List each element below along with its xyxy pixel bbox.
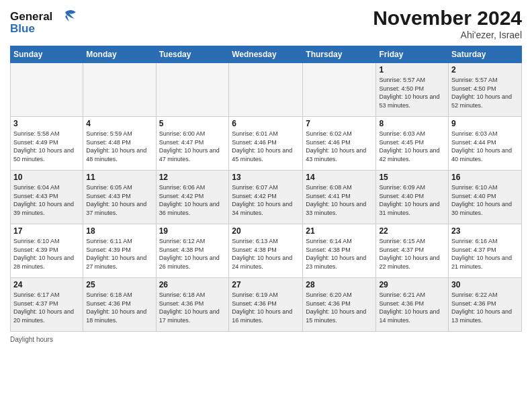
day-number: 26: [159, 280, 226, 289]
col-sunday: Sunday: [11, 46, 83, 63]
day-info: Sunrise: 6:15 AM Sunset: 4:37 PM Dayligh…: [379, 237, 445, 271]
calendar-cell: 20Sunrise: 6:13 AM Sunset: 4:38 PM Dayli…: [229, 224, 303, 278]
day-number: 13: [232, 173, 300, 182]
day-info: Sunrise: 6:04 AM Sunset: 4:43 PM Dayligh…: [13, 183, 80, 217]
day-info: Sunrise: 6:01 AM Sunset: 4:46 PM Dayligh…: [232, 130, 300, 163]
calendar-cell: 2Sunrise: 5:57 AM Sunset: 4:50 PM Daylig…: [449, 63, 522, 117]
calendar-cell: 1Sunrise: 5:57 AM Sunset: 4:50 PM Daylig…: [376, 63, 449, 117]
calendar-cell: 10Sunrise: 6:04 AM Sunset: 4:43 PM Dayli…: [11, 171, 83, 224]
day-info: Sunrise: 6:18 AM Sunset: 4:36 PM Dayligh…: [159, 291, 226, 324]
calendar-cell: 21Sunrise: 6:14 AM Sunset: 4:38 PM Dayli…: [303, 224, 376, 278]
calendar-cell: 14Sunrise: 6:08 AM Sunset: 4:41 PM Dayli…: [303, 171, 376, 224]
calendar-cell: 30Sunrise: 6:22 AM Sunset: 4:36 PM Dayli…: [449, 278, 522, 332]
day-info: Sunrise: 6:16 AM Sunset: 4:37 PM Dayligh…: [451, 237, 519, 271]
day-info: Sunrise: 6:10 AM Sunset: 4:39 PM Dayligh…: [13, 237, 80, 271]
day-number: 20: [232, 226, 300, 236]
day-number: 19: [159, 226, 226, 236]
day-number: 22: [379, 226, 445, 236]
calendar-week-2: 3Sunrise: 5:58 AM Sunset: 4:49 PM Daylig…: [11, 117, 522, 171]
day-number: 23: [451, 226, 519, 236]
calendar-cell: 24Sunrise: 6:17 AM Sunset: 4:37 PM Dayli…: [11, 278, 83, 332]
col-thursday: Thursday: [303, 46, 376, 63]
calendar-cell: 15Sunrise: 6:09 AM Sunset: 4:40 PM Dayli…: [376, 171, 449, 224]
day-number: 8: [379, 119, 445, 128]
calendar-cell: 5Sunrise: 6:00 AM Sunset: 4:47 PM Daylig…: [156, 117, 229, 171]
day-number: 21: [306, 226, 373, 236]
title-block: November 2024 Ahi'ezer, Israel: [373, 7, 522, 40]
calendar-cell: 19Sunrise: 6:12 AM Sunset: 4:38 PM Dayli…: [156, 224, 229, 278]
calendar-cell: 25Sunrise: 6:18 AM Sunset: 4:36 PM Dayli…: [83, 278, 156, 332]
day-number: 15: [379, 173, 445, 182]
day-info: Sunrise: 6:11 AM Sunset: 4:39 PM Dayligh…: [86, 237, 152, 271]
header: General Blue November 2024 Ahi'ezer, Isr…: [10, 7, 522, 40]
day-info: Sunrise: 6:10 AM Sunset: 4:40 PM Dayligh…: [451, 183, 519, 217]
logo-text: General Blue: [10, 7, 81, 40]
day-number: 18: [86, 226, 152, 236]
day-info: Sunrise: 6:08 AM Sunset: 4:41 PM Dayligh…: [306, 183, 373, 217]
calendar-cell: [11, 63, 83, 117]
day-info: Sunrise: 6:00 AM Sunset: 4:47 PM Dayligh…: [159, 130, 226, 163]
day-info: Sunrise: 6:19 AM Sunset: 4:36 PM Dayligh…: [232, 291, 300, 324]
day-number: 1: [379, 65, 445, 75]
day-number: 14: [306, 173, 373, 182]
day-number: 5: [159, 119, 226, 128]
calendar-cell: 8Sunrise: 6:03 AM Sunset: 4:45 PM Daylig…: [376, 117, 449, 171]
calendar-cell: [303, 63, 376, 117]
calendar-cell: 6Sunrise: 6:01 AM Sunset: 4:46 PM Daylig…: [229, 117, 303, 171]
day-info: Sunrise: 6:07 AM Sunset: 4:42 PM Dayligh…: [232, 183, 300, 217]
col-tuesday: Tuesday: [156, 46, 229, 63]
calendar-week-1: 1Sunrise: 5:57 AM Sunset: 4:50 PM Daylig…: [11, 63, 522, 117]
day-info: Sunrise: 6:09 AM Sunset: 4:40 PM Dayligh…: [379, 183, 445, 217]
calendar: Sunday Monday Tuesday Wednesday Thursday…: [10, 46, 522, 332]
day-info: Sunrise: 6:21 AM Sunset: 4:36 PM Dayligh…: [379, 291, 445, 324]
day-info: Sunrise: 6:13 AM Sunset: 4:38 PM Dayligh…: [232, 237, 300, 271]
day-info: Sunrise: 6:02 AM Sunset: 4:46 PM Dayligh…: [306, 130, 373, 163]
footer-text: Daylight hours: [10, 336, 53, 343]
calendar-cell: [83, 63, 156, 117]
calendar-cell: 23Sunrise: 6:16 AM Sunset: 4:37 PM Dayli…: [449, 224, 522, 278]
calendar-cell: 3Sunrise: 5:58 AM Sunset: 4:49 PM Daylig…: [11, 117, 83, 171]
calendar-week-3: 10Sunrise: 6:04 AM Sunset: 4:43 PM Dayli…: [11, 171, 522, 224]
day-number: 29: [379, 280, 445, 289]
day-info: Sunrise: 6:17 AM Sunset: 4:37 PM Dayligh…: [13, 291, 80, 324]
col-saturday: Saturday: [449, 46, 522, 63]
calendar-cell: 9Sunrise: 6:03 AM Sunset: 4:44 PM Daylig…: [449, 117, 522, 171]
svg-text:Blue: Blue: [10, 22, 35, 35]
col-wednesday: Wednesday: [229, 46, 303, 63]
calendar-cell: 16Sunrise: 6:10 AM Sunset: 4:40 PM Dayli…: [449, 171, 522, 224]
calendar-cell: 7Sunrise: 6:02 AM Sunset: 4:46 PM Daylig…: [303, 117, 376, 171]
day-info: Sunrise: 5:58 AM Sunset: 4:49 PM Dayligh…: [13, 130, 80, 163]
footer: Daylight hours: [10, 336, 522, 343]
calendar-cell: 12Sunrise: 6:06 AM Sunset: 4:42 PM Dayli…: [156, 171, 229, 224]
col-friday: Friday: [376, 46, 449, 63]
day-number: 30: [451, 280, 519, 289]
day-info: Sunrise: 5:59 AM Sunset: 4:48 PM Dayligh…: [86, 130, 152, 163]
day-info: Sunrise: 6:14 AM Sunset: 4:38 PM Dayligh…: [306, 237, 373, 271]
day-number: 12: [159, 173, 226, 182]
day-number: 25: [86, 280, 152, 289]
day-number: 24: [13, 280, 80, 289]
day-number: 2: [451, 65, 519, 75]
col-monday: Monday: [83, 46, 156, 63]
day-number: 9: [451, 119, 519, 128]
logo: General Blue: [10, 7, 81, 40]
page: General Blue November 2024 Ahi'ezer, Isr…: [0, 0, 532, 411]
calendar-cell: 13Sunrise: 6:07 AM Sunset: 4:42 PM Dayli…: [229, 171, 303, 224]
svg-text:General: General: [10, 10, 52, 23]
calendar-cell: 28Sunrise: 6:20 AM Sunset: 4:36 PM Dayli…: [303, 278, 376, 332]
day-info: Sunrise: 6:20 AM Sunset: 4:36 PM Dayligh…: [306, 291, 373, 324]
calendar-header-row: Sunday Monday Tuesday Wednesday Thursday…: [11, 46, 522, 63]
calendar-cell: 29Sunrise: 6:21 AM Sunset: 4:36 PM Dayli…: [376, 278, 449, 332]
day-info: Sunrise: 5:57 AM Sunset: 4:50 PM Dayligh…: [379, 76, 445, 109]
day-number: 28: [306, 280, 373, 289]
day-info: Sunrise: 6:05 AM Sunset: 4:43 PM Dayligh…: [86, 183, 152, 217]
calendar-cell: 18Sunrise: 6:11 AM Sunset: 4:39 PM Dayli…: [83, 224, 156, 278]
calendar-cell: 27Sunrise: 6:19 AM Sunset: 4:36 PM Dayli…: [229, 278, 303, 332]
day-info: Sunrise: 6:18 AM Sunset: 4:36 PM Dayligh…: [86, 291, 152, 324]
calendar-week-5: 24Sunrise: 6:17 AM Sunset: 4:37 PM Dayli…: [11, 278, 522, 332]
day-info: Sunrise: 5:57 AM Sunset: 4:50 PM Dayligh…: [451, 76, 519, 109]
month-title: November 2024: [373, 7, 522, 30]
day-info: Sunrise: 6:03 AM Sunset: 4:45 PM Dayligh…: [379, 130, 445, 163]
day-number: 4: [86, 119, 152, 128]
calendar-cell: 22Sunrise: 6:15 AM Sunset: 4:37 PM Dayli…: [376, 224, 449, 278]
